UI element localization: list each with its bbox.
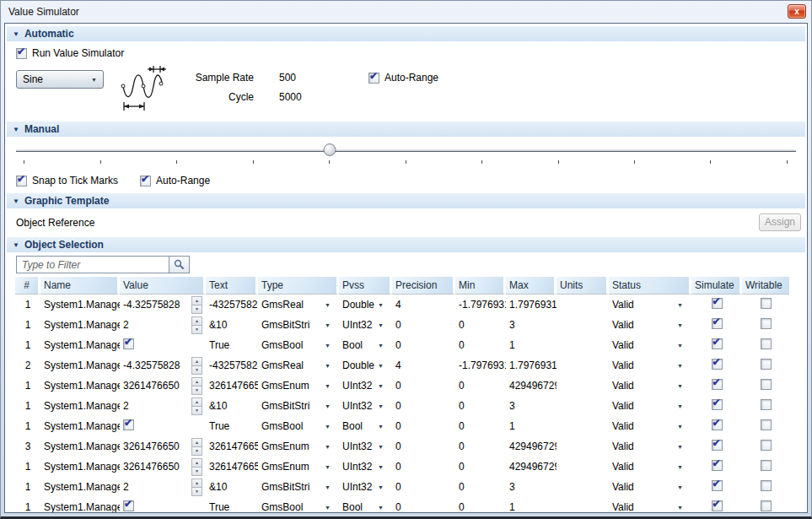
column-header-status[interactable]: Status <box>609 277 691 295</box>
chevron-down-icon[interactable]: ▼ <box>325 403 336 409</box>
cell-value[interactable]: 2▲▼ <box>120 315 206 335</box>
cell-type[interactable]: GmsEnum▼ <box>258 376 339 396</box>
chevron-down-icon[interactable]: ▼ <box>378 403 389 409</box>
simulate-checkbox[interactable]: ✔ <box>712 500 723 511</box>
cell-type[interactable]: GmsReal▼ <box>258 355 339 376</box>
run-value-simulator-checkbox[interactable]: ✔ <box>16 48 27 59</box>
filter-input[interactable] <box>16 256 169 273</box>
cell-pvss[interactable]: UInt32▼ <box>339 477 392 497</box>
value-checkbox[interactable]: ✔ <box>123 338 134 349</box>
cell-pvss[interactable]: UInt32▼ <box>339 396 392 416</box>
writable-checkbox[interactable] <box>761 359 772 370</box>
manual-auto-range-checkbox[interactable]: ✔ <box>140 176 151 187</box>
spin-up-icon[interactable]: ▲ <box>191 357 202 365</box>
cell-value[interactable]: -4.32575828▲▼ <box>120 295 206 315</box>
value-checkbox[interactable]: ✔ <box>123 419 134 430</box>
chevron-down-icon[interactable]: ▼ <box>378 383 389 389</box>
chevron-down-icon[interactable]: ▼ <box>325 424 336 430</box>
spin-up-icon[interactable]: ▲ <box>191 377 202 386</box>
simulate-checkbox[interactable]: ✔ <box>712 440 723 451</box>
cell-type[interactable]: GmsBool▼ <box>258 416 339 436</box>
table-row[interactable]: 1System1.Managen2▲▼&10GmsBitStri▼UInt32▼… <box>15 477 789 497</box>
cell-pvss[interactable]: UInt32▼ <box>339 376 392 396</box>
cell-value[interactable]: ✔ <box>120 335 206 355</box>
table-row[interactable]: 1System1.Managen✔TrueGmsBool▼Bool▼001Val… <box>15 335 789 355</box>
snap-to-tick-marks-checkbox[interactable]: ✔ <box>16 176 27 187</box>
cell-writable[interactable] <box>742 376 789 396</box>
cell-simulate[interactable]: ✔ <box>691 497 742 513</box>
spin-down-icon[interactable]: ▼ <box>191 446 202 456</box>
column-header-writable[interactable]: Writable <box>742 277 789 295</box>
table-row[interactable]: 2System1.Managen-4.32575828▲▼-43257582Gm… <box>15 355 789 376</box>
collapse-caret-icon[interactable]: ▼ <box>13 30 19 38</box>
collapse-caret-icon[interactable]: ▼ <box>13 197 19 205</box>
column-header-type[interactable]: Type <box>258 277 339 295</box>
value-spinner[interactable]: ▲▼ <box>191 296 202 314</box>
spin-up-icon[interactable]: ▲ <box>191 296 202 305</box>
spin-down-icon[interactable]: ▼ <box>191 386 202 395</box>
writable-checkbox[interactable] <box>761 399 772 410</box>
cell-pvss[interactable]: Bool▼ <box>339 335 392 355</box>
section-header-object-selection[interactable]: ▼ Object Selection <box>7 237 805 252</box>
chevron-down-icon[interactable]: ▼ <box>325 322 336 328</box>
close-button[interactable]: x <box>788 4 806 19</box>
column-header-num[interactable]: # <box>15 277 40 295</box>
cell-simulate[interactable]: ✔ <box>691 355 742 376</box>
cell-status[interactable]: Valid▼ <box>609 416 691 436</box>
cell-pvss[interactable]: UInt32▼ <box>339 436 392 457</box>
cell-status[interactable]: Valid▼ <box>609 457 691 477</box>
cell-value[interactable]: 3261476650▲▼ <box>120 457 206 477</box>
column-header-simulate[interactable]: Simulate <box>691 277 742 295</box>
column-header-precision[interactable]: Precision <box>392 277 455 295</box>
chevron-down-icon[interactable]: ▼ <box>378 484 389 490</box>
cell-pvss[interactable]: UInt32▼ <box>339 315 392 335</box>
column-header-pvss[interactable]: Pvss <box>339 277 392 295</box>
value-spinner[interactable]: ▲▼ <box>191 478 202 496</box>
cell-pvss[interactable]: UInt32▼ <box>339 457 392 477</box>
manual-value-slider[interactable] <box>16 143 796 169</box>
writable-checkbox[interactable] <box>761 500 772 511</box>
chevron-down-icon[interactable]: ▼ <box>325 484 336 490</box>
column-header-units[interactable]: Units <box>557 277 609 295</box>
cell-status[interactable]: Valid▼ <box>609 376 691 396</box>
column-header-max[interactable]: Max <box>506 277 557 295</box>
value-spinner[interactable]: ▲▼ <box>191 316 202 334</box>
chevron-down-icon[interactable]: ▼ <box>677 424 688 430</box>
cell-value[interactable]: 3261476650▲▼ <box>120 436 206 457</box>
chevron-down-icon[interactable]: ▼ <box>378 322 389 328</box>
chevron-down-icon[interactable]: ▼ <box>677 322 688 328</box>
chevron-down-icon[interactable]: ▼ <box>677 505 688 511</box>
chevron-down-icon[interactable]: ▼ <box>325 363 336 369</box>
simulate-checkbox[interactable]: ✔ <box>712 318 723 329</box>
cell-status[interactable]: Valid▼ <box>609 335 691 355</box>
collapse-caret-icon[interactable]: ▼ <box>13 241 19 249</box>
writable-checkbox[interactable] <box>761 419 772 430</box>
simulate-checkbox[interactable]: ✔ <box>712 480 723 491</box>
cell-pvss[interactable]: Double▼ <box>339 295 392 315</box>
cell-pvss[interactable]: Bool▼ <box>339 497 392 513</box>
chevron-down-icon[interactable]: ▼ <box>378 505 389 511</box>
cell-type[interactable]: GmsEnum▼ <box>258 457 339 477</box>
cell-type[interactable]: GmsReal▼ <box>258 295 339 315</box>
spin-down-icon[interactable]: ▼ <box>191 406 202 415</box>
automatic-auto-range-checkbox[interactable]: ✔ <box>368 73 379 84</box>
cell-writable[interactable] <box>742 355 789 376</box>
spin-up-icon[interactable]: ▲ <box>191 458 202 467</box>
table-row[interactable]: 1System1.Managen2▲▼&10GmsBitStri▼UInt32▼… <box>15 315 789 335</box>
cell-type[interactable]: GmsBitStri▼ <box>258 396 339 416</box>
assign-button[interactable]: Assign <box>759 214 801 231</box>
cell-value[interactable]: ✔ <box>120 497 206 513</box>
table-row[interactable]: 1System1.Managen✔TrueGmsBool▼Bool▼001Val… <box>15 416 789 436</box>
chevron-down-icon[interactable]: ▼ <box>325 444 336 450</box>
spin-down-icon[interactable]: ▼ <box>191 487 202 496</box>
cell-writable[interactable] <box>742 497 789 513</box>
chevron-down-icon[interactable]: ▼ <box>378 302 389 308</box>
chevron-down-icon[interactable]: ▼ <box>378 424 389 430</box>
column-header-text[interactable]: Text <box>206 277 258 295</box>
cell-writable[interactable] <box>742 457 789 477</box>
spin-down-icon[interactable]: ▼ <box>191 305 202 314</box>
section-header-manual[interactable]: ▼ Manual <box>7 122 805 137</box>
table-row[interactable]: 1System1.Managen3261476650▲▼3261476650Gm… <box>15 457 789 477</box>
cell-status[interactable]: Valid▼ <box>609 497 691 513</box>
cell-simulate[interactable]: ✔ <box>691 457 742 477</box>
